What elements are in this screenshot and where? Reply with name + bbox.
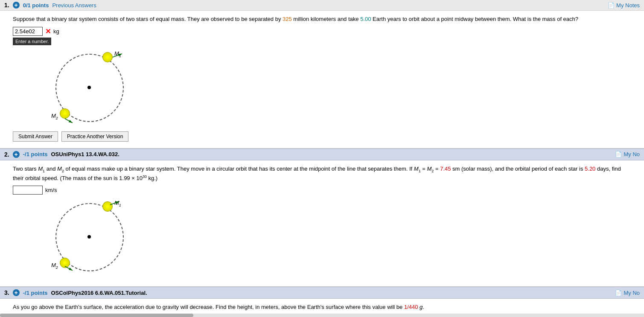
q2-answer-input[interactable] (13, 186, 43, 195)
svg-line-2 (65, 119, 73, 123)
q2-diagram: M1 M2 (47, 199, 141, 276)
q1-unit-label: kg (53, 28, 59, 35)
q1-diagram: M1 M2 (47, 49, 141, 126)
q2-problem-id: OSUniPhys1 13.4.WA.032. (51, 151, 119, 157)
q3-question-text: As you go above the Earth's surface, the… (13, 303, 631, 311)
q1-value-325: 325 (283, 16, 292, 22)
question-3-header: 3. + -/1 points OSColPhys2016 6.6.WA.051… (0, 287, 644, 299)
q1-plus-icon[interactable]: + (13, 2, 20, 9)
q1-star-m2 (60, 108, 70, 119)
q2-star-m1-label: M1 (114, 200, 121, 207)
q1-submit-button[interactable]: Submit Answer (13, 131, 58, 142)
question-1-body: Suppose that a binary star system consis… (0, 11, 644, 148)
q2-number: 2. (4, 151, 9, 158)
q1-value-500: 5.00 (360, 16, 371, 22)
question-1-header: 1. + 0/1 points Previous Answers 📄 My No… (0, 0, 644, 11)
q3-problem-id: OSColPhys2016 6.6.WA.051.Tutorial. (51, 290, 147, 296)
question-2-body: Two stars M1 and M2 of equal mass make u… (0, 160, 644, 287)
q3-plus-icon[interactable]: + (13, 289, 20, 296)
q1-error-icon[interactable]: ✕ (45, 27, 51, 35)
question-2-header: 2. + -/1 points OSUniPhys1 13.4.WA.032. … (0, 148, 644, 160)
q2-m2-sym: M (57, 166, 62, 172)
q2-mass-val: 7.45 (440, 166, 451, 172)
q3-fraction-val: 1/440 (404, 304, 418, 310)
q2-unit-label: km/s (45, 187, 57, 193)
q1-star-m2-label: M2 (51, 113, 58, 120)
q3-document-icon: 📄 (615, 290, 622, 296)
q1-tooltip: Enter a number. (13, 38, 51, 45)
q2-question-text: Two stars M1 and M2 of equal mass make u… (13, 165, 631, 183)
q1-star-m1-label: M1 (114, 50, 121, 58)
q3-points: -/1 points (23, 290, 48, 296)
q1-practice-button[interactable]: Practice Another Version (61, 131, 128, 142)
q3-number: 3. (4, 289, 9, 296)
q2-plus-icon[interactable]: + (13, 151, 20, 158)
q1-center-dot (87, 86, 91, 89)
q1-points: 0/1 points (23, 2, 49, 9)
q2-m1-sym: M (38, 166, 43, 172)
q1-my-notes-link[interactable]: 📄 My Notes (608, 2, 640, 9)
q2-star-m2-label: M2 (51, 262, 58, 270)
q2-my-notes-link[interactable]: 📄 My No (615, 151, 640, 157)
bottom-scrollbar[interactable] (0, 314, 644, 317)
q1-number: 1. (4, 2, 9, 9)
q1-star-m1 (102, 52, 113, 62)
q1-answer-row: ✕ kg (13, 27, 631, 36)
q3-my-notes-link[interactable]: 📄 My No (615, 290, 640, 296)
q2-star-m1 (102, 201, 113, 212)
q1-answer-input[interactable] (13, 27, 43, 36)
q1-question-text: Suppose that a binary star system consis… (13, 15, 631, 23)
q1-buttons-row: Submit Answer Practice Another Version (13, 131, 631, 142)
document-icon: 📄 (608, 2, 615, 9)
q2-points: -/1 points (23, 151, 48, 157)
q1-prev-answers-link[interactable]: Previous Answers (52, 2, 96, 9)
q2-document-icon: 📄 (615, 151, 622, 157)
q2-answer-row: km/s (13, 186, 631, 195)
bottom-scroll-thumb[interactable] (0, 314, 193, 317)
q2-star-m2 (60, 258, 70, 268)
q2-period-val: 5.20 (585, 166, 595, 172)
